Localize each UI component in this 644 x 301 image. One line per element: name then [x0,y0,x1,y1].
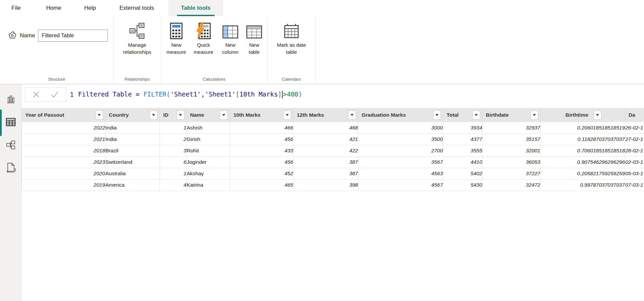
filter-dropdown-button[interactable] [472,111,480,120]
cell[interactable]: 5430 [443,179,482,191]
cell[interactable]: India [105,122,160,134]
cell[interactable]: 456 [230,134,293,145]
cell[interactable]: 2 [160,134,187,145]
cell[interactable]: 28-02-1 [625,145,644,156]
cell[interactable]: 387 [293,168,358,179]
column-header-graduation-marks[interactable]: Graduation Marks [358,108,443,122]
column-header-total[interactable]: Total [443,108,482,122]
cell[interactable]: 465 [230,179,293,191]
cell[interactable]: 421 [293,134,358,145]
cell[interactable]: 2020 [22,168,105,179]
column-header-country[interactable]: Country [105,108,160,122]
report-view-button[interactable] [0,92,21,108]
cell[interactable]: 32937 [482,122,541,134]
cell[interactable]: 433 [230,145,293,156]
cell[interactable]: Australia [105,168,160,179]
column-header-name[interactable]: Name [187,108,230,122]
cell[interactable]: 0.206018518518519 [541,122,625,134]
cell[interactable]: 4563 [358,168,443,179]
column-header-id[interactable]: ID [160,108,187,122]
cell[interactable]: 35157 [482,134,541,145]
cancel-formula-button[interactable] [32,90,41,99]
cell[interactable]: 27-02-1 [625,134,644,145]
cell[interactable]: 0.907546296296296 [541,156,625,168]
cell[interactable]: 2023 [22,156,105,168]
cell[interactable]: 398 [293,179,358,191]
cell[interactable]: Katrina [187,179,230,191]
cell[interactable]: Girish [187,134,230,145]
cell[interactable]: 07-03-1 [625,179,644,191]
data-view-button[interactable] [0,115,21,131]
cell[interactable]: 0.99787037037037 [541,179,625,191]
new-measure-button[interactable]: New measure [165,20,188,55]
cell[interactable]: 456 [230,156,293,168]
cell[interactable]: Switzerland [105,156,160,168]
menu-item-file[interactable]: File [11,0,20,16]
mark-as-date-table-button[interactable]: Mark as date table [273,20,310,55]
cell[interactable]: 26-02-1 [625,122,644,134]
filter-dropdown-button[interactable] [594,111,601,120]
cell[interactable]: 4377 [443,134,482,145]
column-header-birthtime[interactable]: Birthtime [541,108,625,122]
cell[interactable]: 422 [293,145,358,156]
cell[interactable]: 0.706018518518518 [541,145,625,156]
cell[interactable]: 4410 [443,156,482,168]
column-header-da[interactable]: Da [625,108,644,122]
cell[interactable]: 387 [293,156,358,168]
cell[interactable]: 02-03-1 [625,156,644,168]
cell[interactable]: 37227 [482,168,541,179]
cell[interactable]: 5402 [443,168,482,179]
tab-table-tools[interactable]: Table tools [168,0,223,16]
cell[interactable]: 466 [230,122,293,134]
cell[interactable]: 1 [160,168,187,179]
cell[interactable]: 3000 [358,122,443,134]
manage-relationships-button[interactable]: Manage relationships [115,20,159,55]
cell[interactable]: 0.118287037037037 [541,134,625,145]
cell[interactable]: Rohit [187,145,230,156]
cell[interactable]: 4567 [358,179,443,191]
filter-dropdown-button[interactable] [433,111,441,120]
cell[interactable]: 32472 [482,179,541,191]
cell[interactable]: 6 [160,156,187,168]
cell[interactable]: America [105,179,160,191]
cell[interactable]: India [105,134,160,145]
cell[interactable]: 4 [160,179,187,191]
cell[interactable]: 3567 [358,156,443,168]
cell[interactable]: 2021 [22,134,105,145]
cell[interactable]: Joginder [187,156,230,168]
commit-formula-button[interactable] [50,90,59,99]
quick-measure-button[interactable]: Quick measure [191,20,216,55]
cell[interactable]: 468 [293,122,358,134]
cell[interactable]: 05-03-1 [625,168,644,179]
filter-dropdown-button[interactable] [177,111,184,120]
cell[interactable]: Akshay [187,168,230,179]
menu-item-external-tools[interactable]: External tools [120,0,154,16]
menu-item-home[interactable]: Home [46,0,61,16]
filter-dropdown-button[interactable] [283,111,291,120]
cell[interactable]: 0.205821759259259 [541,168,625,179]
dax-query-view-button[interactable]: DAX [0,160,21,177]
column-header-10th-marks[interactable]: 10th Marks [230,108,293,122]
cell[interactable]: 2018 [22,145,105,156]
cell[interactable]: Ashish [187,122,230,134]
filter-dropdown-button[interactable] [348,111,356,120]
cell[interactable]: 3500 [358,134,443,145]
cell[interactable]: 1 [160,122,187,134]
cell[interactable]: 3 [160,145,187,156]
cell[interactable]: Brazil [105,145,160,156]
filter-dropdown-button[interactable] [95,111,103,120]
cell[interactable]: 32001 [482,145,541,156]
column-header-12th-marks[interactable]: 12th Marks [293,108,358,122]
filter-dropdown-button[interactable] [150,111,157,120]
cell[interactable]: 2022 [22,122,105,134]
menu-item-help[interactable]: Help [84,0,96,16]
column-header-birthdate[interactable]: Birthdate [482,108,541,122]
cell[interactable]: 3934 [443,122,482,134]
cell[interactable]: 452 [230,168,293,179]
cell[interactable]: 3555 [443,145,482,156]
cell[interactable]: 36053 [482,156,541,168]
filter-dropdown-button[interactable] [531,111,538,120]
table-name-input[interactable] [38,30,108,42]
new-column-button[interactable]: New column [219,20,242,55]
formula-input[interactable]: 1 Filtered Table = FILTER('Sheet1','Shee… [70,90,302,99]
